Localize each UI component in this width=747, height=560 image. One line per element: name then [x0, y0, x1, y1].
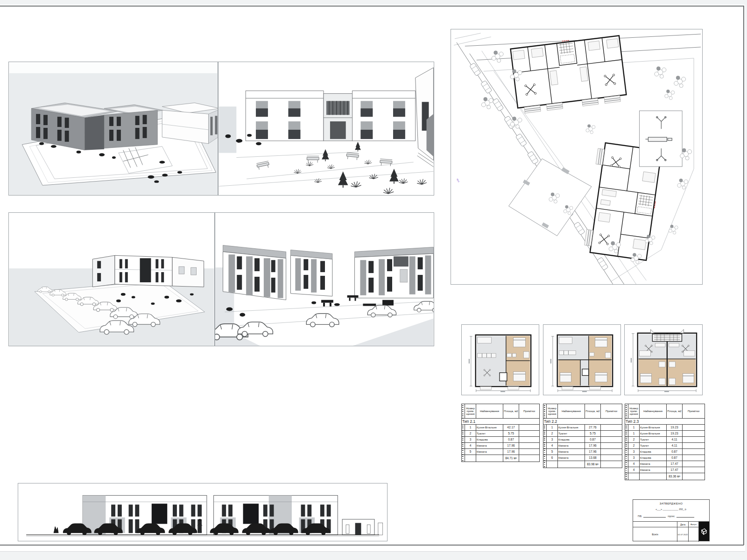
room-number-cell: 4: [628, 461, 640, 467]
date-column-header: Дата: [677, 522, 688, 527]
total-row: 84.71 м²: [462, 455, 540, 462]
room-name-cell: Кімната: [640, 461, 667, 467]
table-header-row: Номер прим- щенняНайменуванняПлоща, м2Пр…: [625, 404, 705, 419]
table-row: 4Кімната17.96: [462, 443, 540, 449]
render-parking-panel: [8, 212, 215, 346]
room-number-cell: 3: [628, 449, 640, 455]
room-area-cell: 0.87: [585, 437, 601, 443]
room-name-cell: Кладова: [640, 449, 667, 455]
table-row: 2Туалет4.11: [625, 437, 705, 443]
sheet-border-top: [0, 6, 744, 7]
unit-plan-type21-panel: [461, 324, 539, 395]
room-area-cell: 19.23: [667, 431, 683, 437]
table-row: 2Туалет4.11: [625, 443, 705, 449]
room-number-cell: 1: [628, 431, 640, 437]
room-notes-cell: [683, 437, 705, 443]
table-row: 5Кімната17.96: [543, 449, 622, 455]
room-notes-cell: [601, 455, 622, 461]
room-number-cell: 4: [628, 467, 640, 473]
table-row: 5Кімната17.96: [462, 449, 540, 455]
total-row: 83.98 м²: [543, 461, 622, 468]
table-row: 2Туалет5.75: [543, 431, 622, 437]
room-schedule-table-type21: Номер прим- щенняНайменуванняПлоща, м2Пр…: [461, 404, 540, 462]
unit-plan-type21-drawing: [462, 325, 539, 395]
signature-line: ПІБ підпис: [638, 515, 706, 518]
room-number-cell: 3: [465, 437, 476, 443]
room-notes-cell: [683, 467, 705, 473]
table-row: 1Кухня-Вітальня42.17: [462, 425, 540, 431]
table-row: 3Кладова0.87: [543, 437, 622, 443]
table-row: 4Кімната17.47: [625, 467, 705, 473]
name-label: ПІБ: [638, 515, 641, 518]
room-name-cell: Туалет: [640, 443, 667, 449]
room-area-cell: 27.76: [585, 425, 601, 431]
room-notes-cell: [601, 431, 622, 437]
room-name-cell: Кухня-Вітальня: [558, 425, 585, 431]
room-area-cell: 17.96: [585, 443, 601, 449]
total-row: 83.36 м²: [625, 473, 705, 480]
type-label: Тип 2.2: [543, 419, 622, 425]
room-number-cell: 4: [547, 443, 558, 449]
render-axonometric-panel: [8, 62, 218, 196]
sign-label: підпис: [668, 515, 675, 518]
room-notes-cell: [519, 449, 540, 455]
render-parking-drawing: [9, 213, 214, 346]
date-value: 02.07.2022: [677, 527, 688, 541]
table-row: 4Кімната17.47: [625, 461, 705, 467]
site-plan-drawing: вул.: [451, 29, 702, 284]
room-number-cell: 2: [465, 431, 476, 437]
room-number-cell: 1: [547, 425, 558, 431]
room-number-cell: 2: [628, 443, 640, 449]
room-name-cell: Кімната: [558, 443, 585, 449]
table-header-cell: Площа, м2: [667, 404, 683, 419]
room-notes-cell: [519, 437, 540, 443]
room-area-cell: 4.11: [667, 437, 683, 443]
room-area-cell: 42.17: [503, 425, 519, 431]
total-area-cell: 83.36 м²: [667, 473, 683, 480]
room-name-cell: Кладова: [640, 455, 667, 461]
doc-type-label: Ескіз: [633, 527, 677, 541]
table-header-cell: Примітки: [601, 404, 622, 419]
room-notes-cell: [601, 443, 622, 449]
room-name-cell: Туалет: [558, 431, 585, 437]
title-block: ЗАТВЕРДЖЕНО «___» ____________ 202_ р. П…: [633, 499, 710, 541]
room-area-cell: 17.96: [585, 449, 601, 455]
right-building-row: [355, 247, 434, 298]
render-street-drawing: [215, 213, 434, 346]
room-notes-cell: [683, 425, 705, 431]
type-label: Тип 2.1: [462, 419, 540, 425]
total-area-cell: 83.98 м²: [585, 461, 601, 468]
elevation-panel: [18, 483, 388, 541]
table-row: 1Кухня-Вітальня19.23: [625, 431, 705, 437]
room-name-cell: Кухня-Вітальня: [640, 431, 667, 437]
room-notes-cell: [601, 449, 622, 455]
room-area-cell: 17.96: [503, 449, 519, 455]
table-row: 1Кухня-Вітальня27.76: [543, 425, 622, 431]
room-name-cell: Кімната: [558, 449, 585, 455]
room-number-cell: 5: [547, 449, 558, 455]
room-notes-cell: [519, 443, 540, 449]
room-notes-cell: [683, 455, 705, 461]
right-building-wing: [352, 91, 416, 141]
cube-logo-icon: [699, 522, 709, 541]
table-row: 3Кладова0.87: [625, 449, 705, 455]
viewer-bottom-strip: [0, 551, 747, 560]
room-notes-cell: [519, 431, 540, 437]
table-header-cell: Найменування: [476, 404, 503, 419]
room-area-cell: 0.87: [667, 449, 683, 455]
table-header-cell: Примітки: [519, 404, 540, 419]
render-courtyard-panel: [218, 62, 434, 196]
room-name-cell: Кухня-Вітальня: [640, 425, 667, 431]
room-notes-cell: [683, 461, 705, 467]
table-header-cell: Найменування: [558, 404, 585, 419]
room-area-cell: 17.96: [503, 443, 519, 449]
table-header-cell: Номер прим- щення: [465, 404, 476, 419]
architectural-sheet-viewer: { "tables": { "headers": ["Номер прим- щ…: [0, 0, 747, 560]
sheet-border-bottom: [0, 545, 744, 546]
room-notes-cell: [601, 437, 622, 443]
render-street-panel: [215, 212, 434, 346]
room-name-cell: Кладова: [558, 437, 585, 443]
viewer-right-strip: [745, 0, 747, 560]
table-row: 3Кладова0.87: [625, 455, 705, 461]
room-number-cell: 1: [628, 425, 640, 431]
